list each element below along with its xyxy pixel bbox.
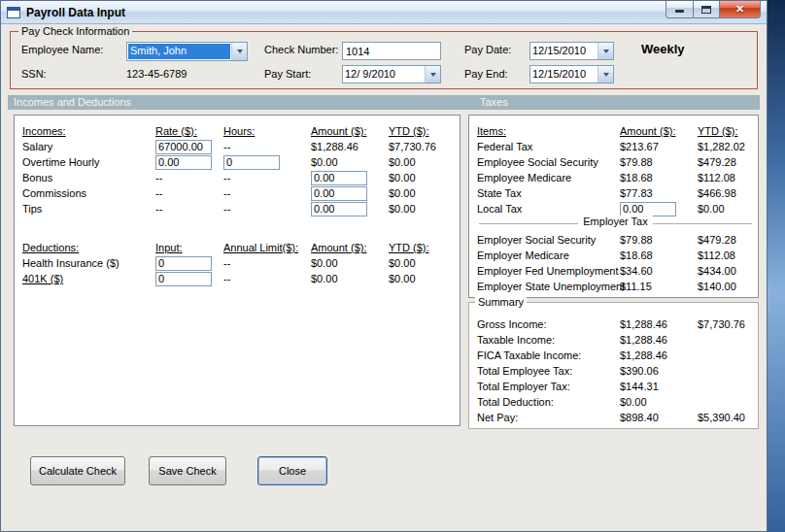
401k-input[interactable] [155, 272, 212, 286]
tax-row-employee-ss: Employee Social Security $79.88 $479.28 [477, 154, 758, 170]
cell-amount: $898.40 [620, 412, 698, 423]
cell-label: Salary [22, 141, 155, 152]
cell-label: Total Employer Tax: [477, 381, 620, 392]
cell-ytd: $0.00 [389, 203, 460, 215]
pay-date-picker[interactable]: 12/15/2010 [529, 42, 614, 60]
col-header: Amount ($): [620, 125, 698, 137]
caption-buttons: ✕ [666, 1, 761, 18]
salary-rate-input[interactable] [155, 140, 212, 154]
cell-amount: $18.68 [620, 249, 698, 261]
cell-label: Gross Income: [477, 318, 620, 330]
summary-row-gross: Gross Income: $1,288.46 $7,730.76 [477, 316, 758, 332]
summary-row-total-employer-tax: Total Employer Tax: $144.31 [477, 379, 758, 394]
cell-label: Bonus [22, 172, 155, 183]
chevron-down-icon [597, 43, 613, 59]
local-tax-input[interactable] [620, 202, 676, 216]
cell-ytd: $479.28 [698, 156, 758, 168]
summary-row-fica: FICA Taxable Income: $1,288.46 [477, 348, 758, 363]
titlebar[interactable]: Payroll Data Input ✕ [1, 1, 767, 24]
cell-label: Total Employee Tax: [477, 365, 620, 377]
cell-rate: -- [155, 203, 223, 215]
pay-date-value: 12/15/2010 [530, 43, 597, 59]
check-number-input[interactable] [342, 42, 441, 60]
col-header: Amount ($): [311, 242, 389, 253]
cell-ytd: $7,730.76 [698, 318, 758, 330]
summary-group: Summary Gross Income: $1,288.46 $7,730.7… [468, 302, 759, 429]
cell-amount: $1,288.46 [620, 334, 698, 346]
paycheck-group-label: Pay Check Information [18, 25, 132, 37]
cell-hours: -- [223, 141, 311, 152]
col-header: YTD ($): [698, 125, 758, 137]
minimize-button[interactable] [666, 1, 694, 18]
tips-amount-input[interactable] [311, 202, 367, 216]
cell-ytd: $112.08 [698, 249, 758, 261]
ssn-value: 123-45-6789 [126, 68, 187, 80]
income-row-bonus: Bonus -- -- $0.00 [22, 170, 460, 185]
cell-ytd: $479.28 [698, 234, 758, 246]
cell-amount: $79.88 [620, 234, 698, 246]
col-header: Rate ($): [155, 125, 223, 137]
summary-row-total-employee-tax: Total Employee Tax: $390.06 [477, 363, 758, 379]
col-header: YTD ($): [389, 125, 460, 137]
cell-amount: $1,288.46 [620, 349, 698, 361]
cell-ytd: $140.00 [698, 281, 758, 292]
col-header: Annual Limit($): [223, 242, 311, 253]
cell-amount: $11.15 [620, 281, 698, 292]
pay-end-picker[interactable]: 12/15/2010 [529, 65, 614, 83]
col-header: Input: [155, 242, 223, 253]
cell-label: Employer Fed Unemployment [477, 265, 620, 277]
employee-name-value: Smith, John [128, 44, 230, 59]
check-number-label: Check Number: [264, 44, 338, 55]
close-icon: ✕ [735, 3, 744, 16]
cell-ytd: $7,730.76 [389, 141, 460, 152]
close-button[interactable]: Close [257, 456, 327, 485]
overtime-hours-input[interactable] [223, 155, 280, 170]
commissions-amount-input[interactable] [311, 186, 367, 201]
bonus-amount-input[interactable] [311, 171, 367, 185]
incomes-deductions-panel: Incomes: Rate ($): Hours: Amount ($): YT… [14, 115, 461, 426]
window-title: Payroll Data Input [26, 6, 125, 19]
col-header: Deductions: [22, 242, 155, 253]
income-row-tips: Tips -- -- $0.00 [22, 201, 460, 216]
cell-label: Local Tax [477, 203, 620, 215]
tax-row-local: Local Tax $0.00 [477, 201, 758, 216]
cell-ytd: $434.00 [698, 265, 758, 277]
employer-tax-separator: Employer Tax [479, 223, 752, 232]
overtime-rate-input[interactable] [155, 155, 212, 170]
section-header-band: Incomes and Deductions Taxes [8, 95, 760, 110]
cell-amount: $0.00 [311, 257, 389, 269]
cell-hours: -- [223, 172, 311, 183]
window-close-button[interactable]: ✕ [720, 1, 761, 18]
taxes-table: Items: Amount ($): YTD ($): Federal Tax … [469, 116, 758, 294]
cell-amount: $390.06 [620, 365, 698, 377]
employer-tax-header: Employer Tax [578, 216, 652, 227]
health-insurance-input[interactable] [155, 256, 212, 271]
chevron-down-icon [425, 66, 440, 83]
maximize-button[interactable] [694, 1, 720, 18]
cell-amount: $0.00 [620, 396, 698, 408]
calculate-check-button[interactable]: Calculate Check [30, 456, 125, 485]
cell-ytd: $112.08 [698, 172, 758, 183]
cell-ytd: $466.98 [698, 187, 758, 199]
minimize-icon [675, 10, 684, 13]
tax-row-employee-medicare: Employee Medicare $18.68 $112.08 [477, 170, 758, 185]
cell-amount: $0.00 [311, 156, 389, 168]
cell-amount: $77.83 [620, 187, 698, 199]
cell-label: State Tax [477, 187, 620, 199]
paycheck-info-group: Pay Check Information Employee Name: Smi… [10, 31, 758, 89]
col-header: Incomes: [22, 125, 155, 137]
cell-label: Taxable Income: [477, 334, 620, 346]
cell-amount: $0.00 [311, 273, 389, 284]
cell-label: Employee Medicare [477, 172, 620, 183]
summary-table: Gross Income: $1,288.46 $7,730.76 Taxabl… [469, 303, 758, 425]
cell-ytd: $0.00 [389, 257, 460, 269]
pay-start-picker[interactable]: 12/ 9/2010 [342, 65, 441, 83]
cell-limit: -- [223, 273, 311, 284]
tax-row-employer-fed-unemployment: Employer Fed Unemployment $34.60 $434.00 [477, 263, 758, 279]
income-row-commissions: Commissions -- -- $0.00 [22, 185, 460, 201]
cell-ytd: $0.00 [389, 156, 460, 168]
employee-name-combo[interactable]: Smith, John [126, 42, 248, 61]
pay-end-label: Pay End: [464, 68, 508, 80]
401k-link[interactable]: 401K ($) [22, 273, 155, 284]
save-check-button[interactable]: Save Check [149, 456, 226, 485]
